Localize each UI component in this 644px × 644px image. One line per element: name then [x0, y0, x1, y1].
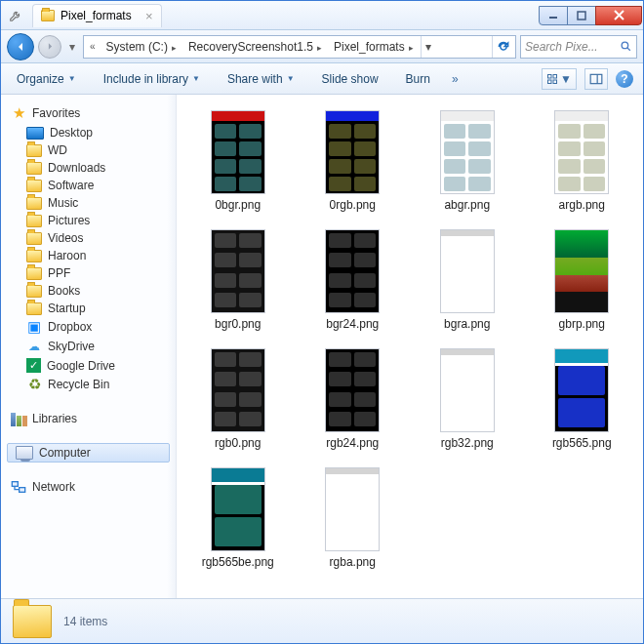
breadcrumb-seg[interactable]: System (C:)	[101, 38, 181, 56]
svg-rect-1	[578, 12, 585, 20]
refresh-button[interactable]	[492, 36, 513, 58]
sidebar-item[interactable]: Desktop	[1, 124, 176, 141]
file-name: rgb24.png	[326, 436, 379, 450]
file-item[interactable]: rgb565be.png	[181, 462, 296, 575]
sidebar-item-label: PPF	[48, 266, 70, 280]
svg-rect-13	[20, 488, 25, 493]
file-item[interactable]: bgr0.png	[181, 223, 296, 337]
sidebar-group-favorites[interactable]: ★ Favorites	[1, 102, 176, 124]
file-item[interactable]: abgr.png	[410, 104, 525, 218]
file-item[interactable]: 0bgr.png	[181, 104, 296, 218]
maximize-button[interactable]	[567, 6, 596, 25]
command-bar: Organize▼ Include in library▼ Share with…	[1, 63, 643, 95]
file-name: 0rgb.png	[330, 198, 376, 212]
thumbnail	[554, 229, 609, 313]
organize-button[interactable]: Organize▼	[11, 69, 82, 89]
address-dropdown-icon[interactable]: ▾	[421, 36, 436, 58]
computer-icon	[16, 446, 33, 460]
file-name: bgr24.png	[326, 317, 379, 331]
slideshow-button[interactable]: Slide show	[316, 69, 384, 89]
sidebar-item[interactable]: PPF	[1, 264, 176, 282]
sidebar-item-label: Pictures	[48, 214, 90, 227]
back-button[interactable]	[7, 33, 34, 60]
help-button[interactable]: ?	[616, 70, 633, 88]
file-item[interactable]: rgb565.png	[525, 342, 640, 456]
status-text: 14 items	[63, 615, 107, 628]
sidebar-item-label: Videos	[48, 231, 83, 245]
sidebar-item[interactable]: Books	[1, 282, 176, 300]
sidebar-group-computer[interactable]: Computer	[7, 443, 170, 463]
thumbnail	[440, 229, 495, 313]
sidebar-item[interactable]: Music	[1, 194, 176, 212]
file-item[interactable]: rgba.png	[296, 462, 411, 575]
thumbnail	[211, 110, 265, 194]
browser-tab[interactable]: Pixel_formats ×	[32, 4, 162, 27]
sidebar-item-label: Books	[48, 284, 80, 298]
file-item[interactable]: rgb0.png	[181, 342, 296, 456]
thumbnail	[554, 110, 609, 194]
breadcrumb-overflow-icon[interactable]: «	[86, 39, 100, 54]
sidebar-item-label: Software	[48, 179, 94, 192]
navigation-pane[interactable]: ★ Favorites DesktopWDDownloadsSoftwareMu…	[1, 95, 177, 598]
include-library-button[interactable]: Include in library▼	[98, 69, 206, 89]
forward-button[interactable]	[38, 35, 61, 59]
svg-point-4	[622, 42, 628, 49]
sidebar-item[interactable]: ☁︎SkyDrive	[1, 337, 176, 356]
sidebar-item[interactable]: Videos	[1, 229, 176, 247]
sidebar-item-label: WD	[48, 143, 67, 157]
file-name: 0bgr.png	[215, 198, 261, 212]
tab-close-icon[interactable]: ×	[145, 10, 153, 22]
titlebar[interactable]: Pixel_formats ×	[1, 1, 643, 30]
sidebar-item[interactable]: Pictures	[1, 212, 176, 229]
search-placeholder: Search Pixe...	[525, 40, 598, 54]
sidebar-item[interactable]: ▣Dropbox	[1, 317, 176, 337]
search-icon[interactable]	[620, 40, 632, 53]
file-name: bgr0.png	[215, 317, 261, 331]
share-with-button[interactable]: Share with▼	[221, 69, 301, 89]
sidebar-item-label: Dropbox	[48, 320, 92, 334]
minimize-button[interactable]	[539, 6, 568, 25]
sidebar-item[interactable]: ✓Google Drive	[1, 356, 176, 375]
preview-pane-button[interactable]	[584, 68, 608, 90]
explorer-window: Pixel_formats × ▾ « System (C:) Recovery…	[0, 0, 644, 644]
sidebar-group-network[interactable]: Network	[1, 476, 176, 498]
search-input[interactable]: Search Pixe...	[520, 35, 637, 59]
thumbnail	[211, 467, 265, 551]
breadcrumb-seg[interactable]: RecoveryScreenshot1.5	[183, 38, 327, 56]
sidebar-item-label: Google Drive	[47, 359, 115, 373]
file-name: gbrp.png	[559, 317, 605, 331]
sidebar-item[interactable]: Haroon	[1, 247, 176, 264]
sidebar-item[interactable]: ♻Recycle Bin	[1, 375, 176, 394]
file-list[interactable]: 0bgr.png 0rgb.png abgr.png argb.png bgr0…	[177, 95, 643, 598]
nav-history-dropdown[interactable]: ▾	[65, 36, 79, 58]
network-icon	[11, 479, 26, 495]
address-bar[interactable]: « System (C:) RecoveryScreenshot1.5 Pixe…	[83, 35, 516, 59]
file-name: rgb565be.png	[202, 555, 274, 569]
burn-button[interactable]: Burn	[400, 69, 436, 89]
svg-rect-7	[553, 74, 557, 78]
close-button[interactable]	[595, 6, 642, 25]
breadcrumb-seg[interactable]: Pixel_formats	[329, 38, 419, 56]
sidebar-group-libraries[interactable]: Libraries	[1, 408, 176, 429]
view-switcher[interactable]: ▼	[542, 68, 577, 90]
toolbar-overflow-icon[interactable]: »	[452, 72, 459, 86]
file-item[interactable]: rgb24.png	[296, 342, 411, 456]
file-item[interactable]: argb.png	[525, 104, 640, 218]
sidebar-item-label: Music	[48, 196, 78, 210]
file-item[interactable]: gbrp.png	[525, 223, 640, 337]
svg-rect-10	[590, 74, 602, 83]
file-name: bgra.png	[444, 317, 490, 331]
sidebar-item[interactable]: Downloads	[1, 159, 176, 177]
sidebar-item[interactable]: WD	[1, 141, 176, 159]
thumbnail	[325, 467, 380, 551]
file-item[interactable]: bgr24.png	[296, 223, 411, 337]
sidebar-item-label: Haroon	[48, 249, 86, 262]
file-item[interactable]: 0rgb.png	[296, 104, 411, 218]
sidebar-item[interactable]: Startup	[1, 300, 176, 317]
file-item[interactable]: bgra.png	[410, 223, 525, 337]
window-controls	[540, 6, 642, 25]
file-name: abgr.png	[444, 198, 490, 212]
sidebar-item[interactable]: Software	[1, 177, 176, 194]
file-item[interactable]: rgb32.png	[410, 342, 525, 456]
file-name: rgb32.png	[441, 436, 494, 450]
